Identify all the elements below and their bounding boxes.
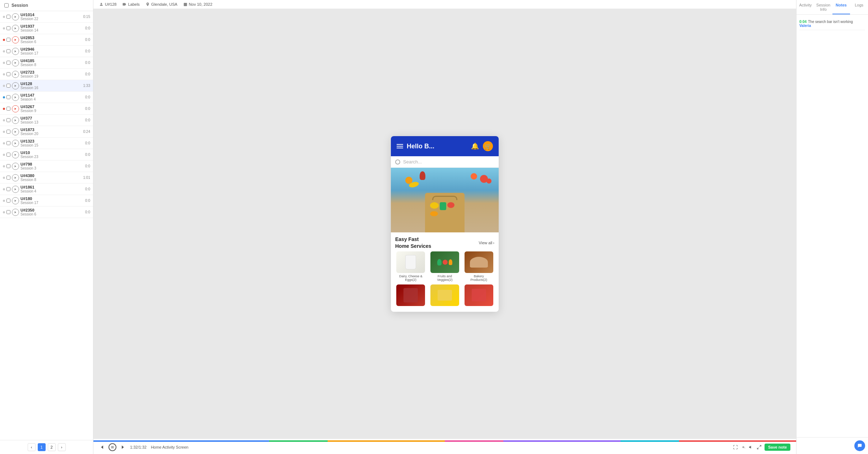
category-dairy[interactable]: Dairy, Cheese &Eggs(2) (395, 251, 426, 282)
prev-page-btn[interactable]: ‹ (28, 443, 36, 451)
session-item[interactable]: U#180 Session 17 0:0 (0, 195, 93, 207)
session-item[interactable]: U#128 Session 16 1:33 (0, 80, 93, 92)
play-pause-btn[interactable] (108, 443, 116, 451)
fullscreen-icon[interactable] (757, 445, 762, 450)
right-tab-session-info[interactable]: Session Info (814, 0, 832, 14)
chat-bubble-btn[interactable] (854, 440, 865, 451)
session-sub: Session 6 (20, 40, 79, 44)
session-sub: Session 9 (20, 109, 79, 113)
session-checkbox[interactable] (6, 72, 10, 76)
session-item[interactable]: U#3267 Session 9 0:0 (0, 103, 93, 115)
session-play-btn[interactable] (12, 82, 19, 89)
session-item[interactable]: U#10 Session 23 0:0 (0, 149, 93, 161)
session-play-btn[interactable] (12, 128, 19, 135)
right-tab-activity[interactable]: Activity (797, 0, 814, 14)
session-play-btn[interactable] (12, 163, 19, 170)
session-play-btn[interactable] (12, 197, 19, 204)
session-play-btn[interactable] (12, 48, 19, 55)
phone-greeting: Hello B... (407, 143, 434, 150)
expand-icon[interactable] (733, 445, 738, 450)
session-duration: 0:0 (80, 118, 90, 122)
topbar-labels[interactable]: Labels (122, 2, 139, 6)
session-checkbox[interactable] (6, 38, 10, 42)
session-checkbox[interactable] (6, 84, 10, 88)
session-item[interactable]: U#1323 Session 15 0:0 (0, 138, 93, 149)
cart-icon[interactable]: 🛒 (483, 141, 493, 151)
session-dot (3, 73, 5, 75)
session-play-btn[interactable] (12, 94, 19, 101)
session-play-btn[interactable] (12, 209, 19, 216)
session-checkbox[interactable] (6, 187, 10, 191)
page-2-btn[interactable]: 2 (48, 443, 56, 451)
right-tab-logs[interactable]: Logs (850, 0, 868, 14)
page-1-btn[interactable]: 1 (38, 443, 46, 451)
view-all-button[interactable]: View all › (479, 241, 494, 245)
svg-marker-4 (15, 62, 17, 64)
session-play-btn[interactable] (12, 59, 19, 66)
session-checkbox[interactable] (6, 199, 10, 203)
session-checkbox[interactable] (6, 95, 10, 99)
session-play-btn[interactable] (12, 140, 19, 147)
session-checkbox[interactable] (6, 176, 10, 180)
session-play-btn[interactable] (12, 36, 19, 43)
session-checkbox[interactable] (6, 26, 10, 30)
session-play-btn[interactable] (12, 117, 19, 124)
session-play-btn[interactable] (12, 71, 19, 78)
category-snacks1[interactable] (395, 284, 426, 307)
session-sub: Session 19 (20, 74, 79, 78)
session-item[interactable]: U#377 Session 13 0:0 (0, 115, 93, 126)
session-checkbox[interactable] (6, 61, 10, 65)
session-item[interactable]: U#1861 Session 4 0:0 (0, 184, 93, 195)
phone-search-bar[interactable]: Search... (391, 156, 499, 168)
category-snacks2[interactable] (429, 284, 461, 307)
skip-back-btn[interactable] (99, 445, 104, 450)
volume-icon[interactable] (749, 445, 754, 450)
session-item[interactable]: U#2946 Session 17 0:0 (0, 46, 93, 57)
session-checkbox[interactable] (6, 49, 10, 53)
session-checkbox[interactable] (6, 141, 10, 145)
session-item[interactable]: U#1147 Season 4 0:0 (0, 92, 93, 103)
session-item[interactable]: U#2723 Session 19 0:0 (0, 69, 93, 80)
session-id: U#1014 (20, 13, 79, 17)
svg-line-32 (757, 448, 759, 449)
right-tab-notes[interactable]: Notes (832, 0, 850, 14)
session-item[interactable]: U#1937 Session 14 0:0 (0, 23, 93, 34)
session-checkbox[interactable] (6, 210, 10, 214)
category-bakery[interactable]: BakeryProducts(2) (463, 251, 494, 282)
session-item[interactable]: U#4380 Session 8 1:01 (0, 172, 93, 184)
session-checkbox[interactable] (6, 15, 10, 19)
session-item[interactable]: U#1014 Session 22 0:15 (0, 11, 93, 23)
session-item[interactable]: U#2853 Session 6 0:0 (0, 34, 93, 46)
session-item[interactable]: U#1873 Session 20 0:24 (0, 126, 93, 138)
session-info: U#1147 Season 4 (20, 93, 79, 101)
skip-forward-btn[interactable] (121, 445, 126, 450)
session-play-btn[interactable] (12, 186, 19, 193)
category-snacks3[interactable] (463, 284, 494, 307)
session-checkbox[interactable] (6, 107, 10, 111)
session-item[interactable]: U#798 Session 3 0:0 (0, 161, 93, 172)
session-checkbox[interactable] (6, 118, 10, 122)
session-item[interactable]: U#4185 Session 8 0:0 (0, 57, 93, 69)
notification-icon[interactable]: 🔔 (470, 141, 480, 151)
hamburger-menu[interactable] (397, 144, 403, 148)
progress-bar-container[interactable] (93, 439, 796, 442)
session-play-btn[interactable] (12, 105, 19, 112)
session-play-btn[interactable] (12, 25, 19, 32)
svg-marker-16 (15, 200, 17, 202)
session-info: U#1937 Session 14 (20, 24, 79, 32)
settings-icon[interactable] (741, 445, 746, 450)
session-checkbox[interactable] (6, 153, 10, 157)
svg-marker-7 (15, 96, 17, 98)
session-duration: 0:0 (80, 164, 90, 168)
next-page-btn[interactable]: › (58, 443, 66, 451)
save-note-btn[interactable]: Save note (765, 444, 790, 451)
session-item[interactable]: U#2350 Session 6 0:0 (0, 207, 93, 218)
session-checkbox[interactable] (6, 164, 10, 168)
session-id: U#4380 (20, 173, 79, 178)
select-all-checkbox[interactable] (4, 3, 9, 8)
session-checkbox[interactable] (6, 130, 10, 134)
session-play-btn[interactable] (12, 13, 19, 20)
session-play-btn[interactable] (12, 174, 19, 181)
category-fruits[interactable]: Fruits andVeggies(2) (429, 251, 461, 282)
session-play-btn[interactable] (12, 151, 19, 158)
